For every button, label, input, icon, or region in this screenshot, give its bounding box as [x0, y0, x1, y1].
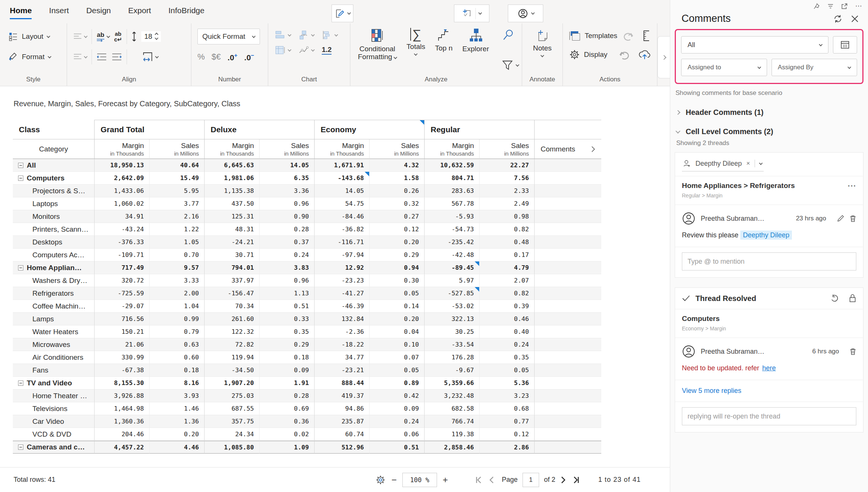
assigned-to-dropdown[interactable]: Assigned to — [681, 59, 767, 76]
thread-menu-icon[interactable]: ... — [848, 182, 856, 186]
table-row[interactable]: Cameras and c…4,457.224.461,085.801.0951… — [13, 441, 601, 454]
data-cell[interactable]: 0.18 — [149, 364, 204, 377]
data-cell[interactable]: 1,981.06 — [204, 172, 259, 185]
data-cell[interactable]: 0.35 — [259, 325, 314, 338]
reply-input[interactable] — [682, 252, 856, 270]
data-cell[interactable]: 1.13 — [259, 287, 314, 300]
data-cell[interactable]: 0.94 — [369, 261, 424, 274]
indent-decrease-icon[interactable] — [96, 53, 107, 61]
treemap-chart-button[interactable] — [298, 30, 322, 40]
data-cell[interactable]: 322.13 — [424, 313, 479, 325]
comments-cell[interactable] — [534, 325, 601, 338]
data-cell[interactable]: 1.91 — [259, 377, 314, 390]
collapse-icon[interactable] — [18, 176, 23, 181]
data-cell[interactable]: 0.10 — [369, 338, 424, 351]
comment-marker[interactable] — [420, 120, 424, 125]
first-page-button[interactable] — [475, 476, 483, 484]
data-cell[interactable]: 34.77 — [314, 351, 369, 364]
table-row[interactable]: Fans-67.380.18-34.500.09-23.210.05-9.670… — [13, 364, 601, 377]
data-cell[interactable]: -42.48 — [424, 249, 479, 261]
data-cell[interactable]: 512.96 — [314, 441, 369, 454]
ribbon-tab-insert[interactable]: Insert — [49, 6, 69, 19]
comment-scope-dropdown[interactable]: All — [681, 36, 828, 53]
table-row[interactable]: Home Theater …3,926.883.93275.030.28419.… — [13, 390, 601, 402]
table-row[interactable]: Microwaves21.060.6372.820.29-18.220.10-3… — [13, 338, 601, 351]
data-cell[interactable]: 10,632.59 — [424, 159, 479, 172]
view-more-replies-link[interactable]: View 5 more replies — [675, 380, 863, 402]
data-cell[interactable]: 0.70 — [149, 249, 204, 261]
data-cell[interactable]: 766.74 — [424, 415, 479, 428]
data-cell[interactable]: 0.24 — [369, 415, 424, 428]
data-cell[interactable]: 0.96 — [259, 274, 314, 287]
delete-comment-icon[interactable] — [850, 348, 856, 355]
data-cell[interactable]: 0.05 — [479, 364, 534, 377]
data-cell[interactable]: 0.29 — [369, 249, 424, 261]
comments-cell[interactable] — [534, 364, 601, 377]
close-icon[interactable] — [851, 15, 859, 23]
row-header-cell[interactable]: VCD & DVD — [13, 428, 94, 441]
data-cell[interactable]: 150.21 — [94, 325, 149, 338]
comments-cell[interactable] — [534, 210, 601, 223]
data-cell[interactable]: 0.02 — [259, 428, 314, 441]
row-header-cell[interactable]: Cameras and c… — [13, 441, 94, 454]
row-header-cell[interactable]: Projectors & S… — [13, 185, 94, 197]
data-cell[interactable]: -34.50 — [204, 364, 259, 377]
data-cell[interactable]: 2.33 — [479, 185, 534, 197]
data-cell[interactable]: 0.63 — [149, 338, 204, 351]
edit-mode-button[interactable] — [332, 5, 353, 22]
percent-format-button[interactable]: % — [197, 52, 205, 62]
data-cell[interactable]: 30.25 — [424, 325, 479, 338]
add-comment-button[interactable] — [454, 5, 489, 22]
data-cell[interactable]: -235.42 — [424, 236, 479, 249]
data-cell[interactable]: 0.68 — [479, 402, 534, 415]
table-row[interactable]: Laptops1,060.023.77437.500.9654.750.3256… — [13, 197, 601, 210]
filter-lines-icon[interactable] — [827, 3, 834, 9]
data-cell[interactable]: -24.21 — [204, 236, 259, 249]
data-cell[interactable]: 0.14 — [369, 300, 424, 313]
data-cell[interactable]: 235.87 — [314, 415, 369, 428]
measure-header[interactable]: Salesin Millions — [259, 139, 314, 159]
data-cell[interactable]: 8.16 — [149, 377, 204, 390]
data-cell[interactable]: 48.31 — [204, 223, 259, 236]
data-cell[interactable]: 283.63 — [424, 185, 479, 197]
table-row[interactable]: Computers Ac…-109.710.7030.710.24-97.940… — [13, 249, 601, 261]
redo-icon[interactable] — [619, 50, 631, 60]
comments-cell[interactable] — [534, 402, 601, 415]
row-header-cell[interactable]: Coffee Machin… — [13, 300, 94, 313]
data-cell[interactable]: 0.05 — [369, 364, 424, 377]
indent-increase-icon[interactable] — [112, 53, 122, 61]
data-cell[interactable]: 1,907.20 — [204, 377, 259, 390]
row-header-cell[interactable]: All — [13, 159, 94, 172]
data-cell[interactable]: 419.37 — [314, 390, 369, 402]
data-cell[interactable]: 125.31 — [204, 210, 259, 223]
comments-cell[interactable] — [534, 223, 601, 236]
data-cell[interactable]: 717.49 — [94, 261, 149, 274]
data-cell[interactable]: 4.32 — [369, 159, 424, 172]
data-cell[interactable]: 1,360.36 — [94, 415, 149, 428]
cell-comments-section[interactable]: Cell Level Comments (2) — [676, 127, 868, 136]
format-button[interactable]: Format — [8, 47, 67, 67]
data-cell[interactable]: 119.94 — [204, 351, 259, 364]
collapse-icon[interactable] — [18, 163, 23, 168]
table-row[interactable]: Monitors34.912.16125.310.90-84.460.27-5.… — [13, 210, 601, 223]
data-cell[interactable]: 3.36 — [259, 185, 314, 197]
comments-cell[interactable] — [534, 351, 601, 364]
data-cell[interactable]: 1.04 — [149, 300, 204, 313]
data-cell[interactable]: 888.44 — [314, 377, 369, 390]
horizontal-align-button[interactable] — [73, 32, 87, 41]
data-cell[interactable]: 0.29 — [259, 338, 314, 351]
data-cell[interactable]: 3.77 — [149, 197, 204, 210]
row-header-cell[interactable]: Refrigerators — [13, 287, 94, 300]
data-cell[interactable]: 0.30 — [369, 274, 424, 287]
data-cell[interactable]: 0.77 — [479, 415, 534, 428]
data-cell[interactable]: 0.06 — [369, 428, 424, 441]
data-cell[interactable]: -33.54 — [424, 338, 479, 351]
data-cell[interactable]: -9.67 — [424, 364, 479, 377]
collapse-icon[interactable] — [18, 380, 23, 386]
data-cell[interactable]: -23.21 — [314, 364, 369, 377]
zoom-in-button[interactable]: + — [443, 475, 448, 485]
data-cell[interactable]: 0.82 — [479, 287, 534, 300]
zoom-level-input[interactable]: 100 % — [402, 473, 437, 487]
data-cell[interactable]: 0.26 — [369, 185, 424, 197]
row-header-cell[interactable]: Washers & Dry… — [13, 274, 94, 287]
